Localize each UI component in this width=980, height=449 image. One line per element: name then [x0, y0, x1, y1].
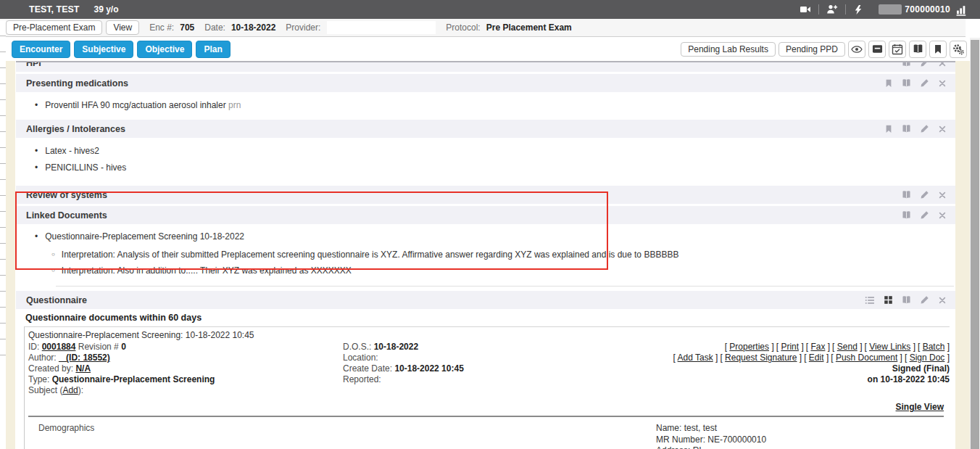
- dos-label: D.O.S.:: [343, 342, 371, 352]
- account-number: 700000010: [905, 4, 950, 15]
- close-icon[interactable]: [938, 79, 947, 88]
- settings-gears-icon[interactable]: [950, 41, 967, 58]
- pencil-icon[interactable]: [920, 124, 929, 133]
- create-date-label: Create Date:: [343, 363, 392, 374]
- date-value: 10-18-2022: [231, 22, 275, 33]
- exam-type-button[interactable]: Pre-Placement Exam: [6, 20, 102, 35]
- section-header-linked-documents[interactable]: Linked Documents: [16, 206, 955, 224]
- section-header-hpi[interactable]: HPI: [16, 62, 955, 72]
- request-signature-link[interactable]: Request Signature: [725, 353, 797, 363]
- eye-icon[interactable]: [848, 41, 865, 58]
- demographics-field: Address: RI: [656, 445, 950, 449]
- view-button[interactable]: View: [106, 20, 139, 35]
- signed-on-date: on 10-18-2022 10:45: [660, 374, 950, 385]
- divider: [818, 4, 819, 15]
- section-header-allergies[interactable]: Allergies / Intolerances: [16, 120, 955, 138]
- list-view-icon[interactable]: [865, 295, 875, 305]
- archive-box-icon[interactable]: [868, 41, 886, 58]
- pencil-icon[interactable]: [920, 78, 929, 88]
- batch-link[interactable]: Batch: [923, 342, 945, 352]
- protocol-value: Pre Placement Exam: [486, 22, 572, 33]
- subject-add-link[interactable]: Add: [62, 385, 78, 395]
- type-label: Type:: [28, 374, 49, 384]
- section-title: Linked Documents: [26, 210, 107, 221]
- tab-objective[interactable]: Objective: [137, 41, 192, 58]
- book-icon[interactable]: [902, 295, 911, 305]
- book-icon[interactable]: [902, 190, 911, 199]
- section-title: Presenting medications: [26, 78, 128, 88]
- demographics-field: MR Number: NE-700000010: [656, 434, 950, 446]
- provider-input[interactable]: [327, 21, 436, 34]
- document-heading: Questionnaire-Preplacement Screening: 10…: [28, 330, 950, 341]
- dos-value: 10-18-2022: [374, 342, 418, 352]
- type-value: Questionnaire-Preplacement Screening: [52, 374, 215, 384]
- redacted-label: [879, 4, 902, 15]
- encounter-nav-row: Encounter Subjective Objective Plan Pend…: [0, 37, 980, 61]
- demographics-field: Name: test, test: [656, 423, 950, 434]
- single-view-link[interactable]: Single View: [896, 402, 944, 412]
- add-task-link[interactable]: Add Task: [678, 353, 713, 363]
- book-icon[interactable]: [902, 124, 911, 133]
- tab-subjective[interactable]: Subjective: [74, 41, 133, 58]
- pending-lab-results-button[interactable]: Pending Lab Results: [681, 42, 776, 57]
- vertical-scrollbar[interactable]: [970, 38, 980, 449]
- allergy-item: Latex - hives2: [35, 145, 955, 157]
- book-icon[interactable]: [909, 41, 926, 58]
- calendar-check-icon[interactable]: [889, 41, 906, 58]
- section-header-questionnaire[interactable]: Questionnaire: [16, 291, 955, 309]
- grid-view-icon[interactable]: [884, 295, 893, 305]
- scrollbar-thumb[interactable]: [971, 40, 979, 449]
- book-icon[interactable]: [902, 78, 911, 88]
- close-icon[interactable]: [938, 211, 947, 220]
- video-camera-icon[interactable]: [800, 4, 811, 15]
- divider: [28, 416, 944, 417]
- divider: [56, 286, 954, 287]
- right-gutter: [955, 61, 970, 449]
- view-links-link[interactable]: View Links: [869, 342, 910, 352]
- tab-encounter[interactable]: Encounter: [12, 41, 70, 58]
- pencil-icon[interactable]: [920, 295, 929, 305]
- created-by-link[interactable]: N/A: [75, 363, 91, 374]
- author-link[interactable]: _ (ID: 18552): [59, 353, 110, 363]
- patient-name: TEST, TEST: [29, 4, 79, 15]
- pending-ppd-button[interactable]: Pending PPD: [778, 42, 845, 57]
- signed-status: Signed (Final): [660, 363, 950, 374]
- bookmark-icon[interactable]: [884, 125, 893, 133]
- section-header-presenting-medications[interactable]: Presenting medications: [16, 74, 955, 92]
- pencil-icon[interactable]: [920, 62, 929, 67]
- send-link[interactable]: Send: [837, 342, 858, 352]
- section-title: Questionnaire: [26, 295, 87, 305]
- revision-label: Revision #: [78, 342, 119, 352]
- close-icon[interactable]: [938, 125, 947, 133]
- book-icon[interactable]: [902, 210, 911, 220]
- allergy-list: Latex - hives2 PENICILLINS - hives: [16, 138, 955, 181]
- section-title: Review of systems: [26, 190, 107, 200]
- pencil-icon[interactable]: [920, 190, 929, 199]
- growth-chart-icon[interactable]: [956, 4, 968, 16]
- book-icon[interactable]: [902, 62, 911, 67]
- close-icon[interactable]: [938, 191, 947, 199]
- print-link[interactable]: Print: [781, 342, 799, 352]
- close-icon[interactable]: [938, 296, 947, 305]
- section-title: HPI: [26, 62, 41, 68]
- fax-link[interactable]: Fax: [810, 342, 825, 352]
- person-add-icon[interactable]: [826, 4, 838, 15]
- questionnaire-document-card: Questionnaire-Preplacement Screening: 10…: [24, 326, 950, 449]
- demographics-fields: Name: test, test MR Number: NE-700000010…: [656, 423, 950, 449]
- section-header-review-of-systems[interactable]: Review of systems: [16, 186, 955, 204]
- bookmark-icon[interactable]: [884, 79, 893, 88]
- pencil-icon[interactable]: [920, 210, 929, 220]
- properties-link[interactable]: Properties: [729, 342, 769, 352]
- patient-title-bar: TEST, TEST 39 y/o 700000010: [0, 0, 980, 19]
- edit-link[interactable]: Edit: [809, 353, 824, 363]
- push-document-link[interactable]: Push Document: [836, 353, 897, 363]
- provider-label: Provider:: [286, 22, 320, 33]
- lightning-bolt-icon[interactable]: [853, 4, 864, 15]
- encounter-info-bar: Pre-Placement Exam View Enc #: 705 Date:…: [0, 19, 966, 37]
- tab-plan[interactable]: Plan: [196, 41, 230, 58]
- document-id-link[interactable]: 0001884: [42, 342, 76, 352]
- bookmark-icon[interactable]: [929, 41, 947, 58]
- close-icon[interactable]: [938, 62, 947, 67]
- sign-doc-link[interactable]: Sign Doc: [910, 353, 945, 363]
- medication-sig: prn: [228, 100, 241, 110]
